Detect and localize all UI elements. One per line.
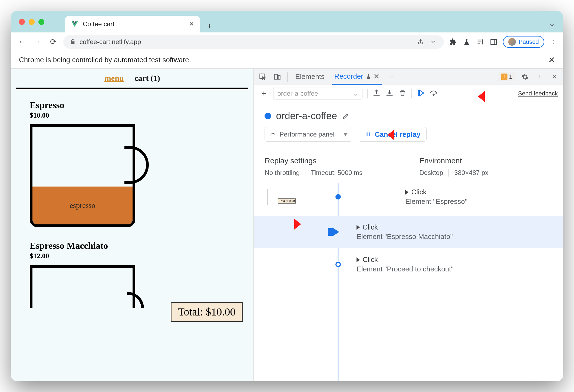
issues-badge[interactable]: ! 1 bbox=[498, 72, 515, 81]
throttling-value: No throttling bbox=[265, 169, 299, 177]
chevron-down-icon: ⌄ bbox=[353, 90, 358, 97]
forward-button[interactable]: → bbox=[32, 36, 43, 47]
share-icon[interactable] bbox=[416, 38, 425, 46]
export-icon[interactable] bbox=[372, 89, 381, 98]
performance-panel-dropdown[interactable]: Performance panel ▾ bbox=[265, 127, 352, 142]
import-icon[interactable] bbox=[385, 89, 394, 98]
product-title: Espresso bbox=[30, 100, 235, 110]
devtools-panel: Elements Recorder ✕ » ! 1 ⋮ ✕ + bbox=[254, 69, 563, 381]
maximize-window-button[interactable] bbox=[38, 19, 44, 25]
bookmark-icon[interactable]: ☆ bbox=[429, 38, 437, 46]
reload-button[interactable]: ⟳ bbox=[48, 36, 58, 47]
close-window-button[interactable] bbox=[19, 19, 25, 25]
mug-fill-label: espresso bbox=[32, 187, 133, 224]
gauge-icon bbox=[270, 131, 276, 138]
new-recording-button[interactable]: + bbox=[259, 89, 268, 98]
page-nav: menu cart (1) bbox=[11, 69, 253, 85]
timeout-value: Timeout: 5000 ms bbox=[305, 169, 362, 177]
step-marker-done-icon bbox=[335, 194, 341, 200]
edit-pencil-icon[interactable] bbox=[342, 112, 349, 120]
minimize-window-button[interactable] bbox=[29, 19, 35, 25]
side-panel-icon[interactable] bbox=[489, 38, 498, 46]
delete-icon[interactable] bbox=[398, 89, 407, 98]
devtools-close-button[interactable]: ✕ bbox=[550, 72, 559, 81]
step-over-icon[interactable] bbox=[430, 89, 438, 98]
step-thumbnail: Total: $0.00 bbox=[267, 189, 297, 205]
back-button[interactable]: ← bbox=[16, 36, 27, 47]
window-controls bbox=[19, 19, 44, 25]
chrome-menu-button[interactable]: ⋮ bbox=[549, 38, 558, 46]
menu-link[interactable]: menu bbox=[104, 74, 124, 83]
step-marker-current-icon bbox=[332, 227, 339, 237]
expand-caret-icon[interactable] bbox=[405, 190, 408, 195]
product-item: Espresso $10.00 espresso bbox=[30, 100, 235, 227]
issues-count: 1 bbox=[509, 73, 512, 80]
device-value: Desktop bbox=[419, 169, 443, 177]
page-body: Espresso $10.00 espresso Espresso Macchi… bbox=[11, 89, 253, 319]
url-text: coffee-cart.netlify.app bbox=[80, 38, 413, 46]
browser-window: Coffee cart ✕ + ⌄ ← → ⟳ coffee-cart.netl… bbox=[11, 11, 563, 381]
titlebar: Coffee cart ✕ + ⌄ bbox=[11, 11, 563, 32]
product-price: $12.00 bbox=[30, 252, 235, 260]
expand-caret-icon[interactable] bbox=[357, 225, 360, 230]
device-toggle-icon[interactable] bbox=[273, 72, 282, 81]
coffee-mug[interactable] bbox=[30, 265, 149, 308]
recorder-toolbar: + order-a-coffee ⌄ Send feedback bbox=[254, 85, 563, 102]
vue-favicon-icon bbox=[71, 20, 78, 28]
flask-icon bbox=[365, 73, 371, 79]
replay-settings[interactable]: Replay settings No throttling Timeout: 5… bbox=[254, 150, 408, 183]
profile-paused-pill[interactable]: Paused bbox=[503, 36, 544, 48]
viewport-value: 380×487 px bbox=[448, 169, 488, 177]
steps-list: Total: $0.00 Click Element "Espresso" Cl… bbox=[254, 183, 563, 381]
browser-tab[interactable]: Coffee cart ✕ bbox=[65, 16, 200, 32]
recording-status-dot bbox=[265, 113, 271, 119]
svg-rect-4 bbox=[278, 75, 280, 79]
send-feedback-link[interactable]: Send feedback bbox=[518, 90, 558, 97]
banner-text: Chrome is being controlled by automated … bbox=[19, 56, 191, 64]
annotation-arrow bbox=[278, 215, 302, 235]
tab-close-button[interactable]: ✕ bbox=[189, 20, 194, 28]
address-bar: ← → ⟳ coffee-cart.netlify.app ☆ Paused ⋮ bbox=[11, 32, 563, 51]
expand-caret-icon[interactable] bbox=[357, 257, 360, 262]
inspect-element-icon[interactable] bbox=[258, 72, 267, 81]
more-tabs-button[interactable]: » bbox=[387, 72, 396, 81]
extensions-puzzle-icon[interactable] bbox=[449, 38, 457, 46]
step-item[interactable]: Total: $0.00 Click Element "Espresso" bbox=[254, 183, 563, 216]
devtools-tab-strip: Elements Recorder ✕ » ! 1 ⋮ ✕ bbox=[254, 69, 563, 85]
svg-rect-0 bbox=[491, 39, 497, 44]
extension-icons: Paused ⋮ bbox=[449, 36, 558, 48]
paused-label: Paused bbox=[519, 38, 539, 45]
tab-elements[interactable]: Elements bbox=[293, 69, 326, 84]
devtools-menu-button[interactable]: ⋮ bbox=[535, 72, 544, 81]
svg-rect-3 bbox=[275, 74, 278, 79]
dropdown-caret-icon: ▾ bbox=[340, 131, 347, 138]
total-badge[interactable]: Total: $10.00 bbox=[171, 302, 243, 322]
settings-gear-icon[interactable] bbox=[520, 72, 530, 81]
tab-recorder[interactable]: Recorder ✕ bbox=[332, 69, 382, 85]
cart-link[interactable]: cart (1) bbox=[135, 74, 160, 83]
tabs-menu-button[interactable]: ⌄ bbox=[549, 19, 555, 28]
tab-title: Coffee cart bbox=[83, 20, 184, 28]
avatar-icon bbox=[508, 38, 516, 46]
environment-settings[interactable]: Environment Desktop 380×487 px bbox=[408, 150, 563, 183]
tab-recorder-close[interactable]: ✕ bbox=[374, 72, 380, 81]
warning-icon: ! bbox=[501, 74, 507, 80]
replay-button[interactable] bbox=[417, 89, 425, 98]
svg-point-6 bbox=[433, 94, 434, 95]
url-box[interactable]: coffee-cart.netlify.app ☆ bbox=[63, 35, 444, 49]
web-page: menu cart (1) Espresso $10.00 espresso bbox=[11, 69, 254, 381]
reading-list-icon[interactable] bbox=[476, 38, 484, 46]
content-split: menu cart (1) Espresso $10.00 espresso bbox=[11, 69, 563, 381]
annotation-arrow bbox=[477, 87, 501, 107]
new-tab-button[interactable]: + bbox=[203, 19, 216, 32]
banner-close-button[interactable]: ✕ bbox=[548, 55, 555, 65]
coffee-mug[interactable]: espresso bbox=[30, 124, 149, 227]
product-item: Espresso Macchiato $12.00 bbox=[30, 241, 235, 308]
recording-selector-value: order-a-coffee bbox=[277, 90, 318, 97]
annotation-arrow bbox=[386, 125, 411, 145]
step-item[interactable]: Click Element "Proceed to checkout" bbox=[254, 248, 563, 281]
recording-name: order-a-coffee bbox=[276, 110, 337, 122]
pause-icon bbox=[365, 131, 371, 138]
recording-selector[interactable]: order-a-coffee ⌄ bbox=[273, 88, 362, 99]
experiment-flask-icon[interactable] bbox=[462, 38, 471, 46]
